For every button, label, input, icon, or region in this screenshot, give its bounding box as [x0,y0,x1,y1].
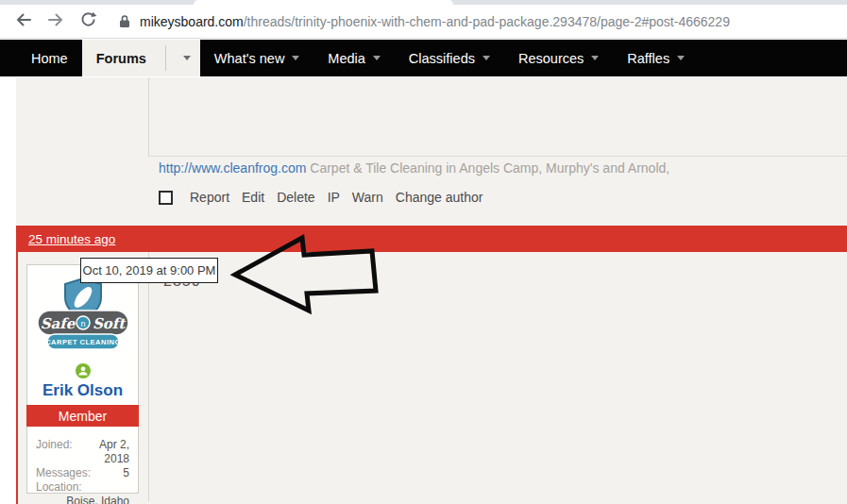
annotation-arrow [227,231,382,321]
avatar-word1: Safe [40,315,76,332]
nav-label: Resources [518,51,584,66]
back-button[interactable] [11,9,36,34]
forward-button[interactable] [43,9,68,34]
stat-label: Joined: [36,438,73,466]
lock-icon [119,14,130,28]
chevron-down-icon [373,56,381,60]
signature-text: Carpet & Tile Cleaning in Angels Camp, M… [310,160,669,176]
delete-link[interactable]: Delete [277,190,314,205]
refresh-icon [79,10,97,32]
avatar[interactable]: Safe Soft n CARPET CLEANING [27,277,138,361]
nav-label: What's new [214,51,285,66]
nav-label: Home [31,51,68,66]
browser-chrome: mikeysboard.com/threads/trinity-phoenix-… [0,0,847,40]
chevron-down-icon [483,56,490,60]
post-column-divider [148,252,149,501]
nav-item-raffles[interactable]: Raffles [613,40,699,76]
nav-item-home[interactable]: Home [17,40,82,76]
user-info-card: Safe Soft n CARPET CLEANING Erik Olson M… [26,264,139,494]
signature-separator [148,156,847,157]
ip-link[interactable]: IP [328,190,340,205]
stat-label: Location: [36,480,82,495]
left-arrow-icon [235,238,376,311]
nav-label: Raffles [627,51,669,66]
stat-value: Apr 2, 2018 [73,438,129,466]
chevron-down-icon [183,56,191,60]
chevron-down-icon [292,56,299,60]
nav-label: Forums [96,51,158,66]
nav-item-classifieds[interactable]: Classifieds [395,40,504,76]
stat-row: Messages: 5 [36,466,129,480]
nav-item-whats-new[interactable]: What's new [200,40,314,76]
select-post-checkbox[interactable] [159,191,173,205]
minutes-ago-link[interactable]: 25 minutes ago [28,232,115,246]
stat-row: Boise, Idaho [36,495,129,504]
user-stats: Joined: Apr 2, 2018 Messages: 5 Location… [27,438,138,504]
moderation-bar: Report Edit Delete IP Warn Change author [159,190,483,205]
browser-active-tab[interactable] [194,0,453,5]
stat-row: Joined: Apr 2, 2018 [36,438,129,466]
chevron-down-icon [677,56,685,60]
nav-label: Classifieds [409,51,475,66]
edit-link[interactable]: Edit [242,190,264,205]
new-posts-banner: 25 minutes ago [16,226,847,252]
signature-link[interactable]: http://www.cleanfrog.com [159,160,306,176]
member-badge: Member [26,405,139,427]
forums-dropdown-toggle[interactable] [174,56,200,60]
nav-item-resources[interactable]: Resources [504,40,613,76]
online-status-icon [27,363,138,378]
forward-arrow-icon [46,10,65,33]
url-domain: mikeysboard.com [140,14,244,29]
avatar-banner-text: CARPET CLEANING [45,338,121,346]
timestamp-tooltip: Oct 10, 2019 at 9:00 PM [80,258,218,283]
change-author-link[interactable]: Change author [396,190,483,205]
post-column-divider [148,77,149,156]
stat-row: Location: [36,480,129,495]
report-link[interactable]: Report [190,190,229,205]
username-link[interactable]: Erik Olson [27,381,138,400]
tab-divider [165,45,166,71]
stat-label: Messages: [36,466,91,480]
previous-post: http://www.cleanfrog.com Carpet & Tile C… [16,77,847,226]
browser-toolbar: mikeysboard.com/threads/trinity-phoenix-… [0,5,847,39]
back-arrow-icon [14,10,33,33]
url-path: /threads/trinity-phoenix-with-chem-and-p… [244,14,730,29]
chevron-down-icon [591,56,599,60]
avatar-word2: Soft [92,315,126,332]
stat-value: Boise, Idaho [36,495,129,504]
stat-value: 5 [91,466,129,480]
nav-item-media[interactable]: Media [313,40,395,76]
nav-item-forums[interactable]: Forums [82,40,200,76]
avatar-mid-letter: n [80,319,85,328]
signature: http://www.cleanfrog.com Carpet & Tile C… [159,160,669,176]
warn-link[interactable]: Warn [352,190,383,205]
page-content: http://www.cleanfrog.com Carpet & Tile C… [0,76,847,504]
address-bar[interactable]: mikeysboard.com/threads/trinity-phoenix-… [119,14,730,29]
nav-label: Media [328,51,365,66]
forum-navbar: Home Forums What's new Media Classifieds… [0,40,847,76]
browser-tab-strip [0,0,847,5]
stat-value [82,480,129,495]
refresh-button[interactable] [76,9,100,34]
highlighted-post: Safe Soft n CARPET CLEANING Erik Olson M… [16,252,847,504]
